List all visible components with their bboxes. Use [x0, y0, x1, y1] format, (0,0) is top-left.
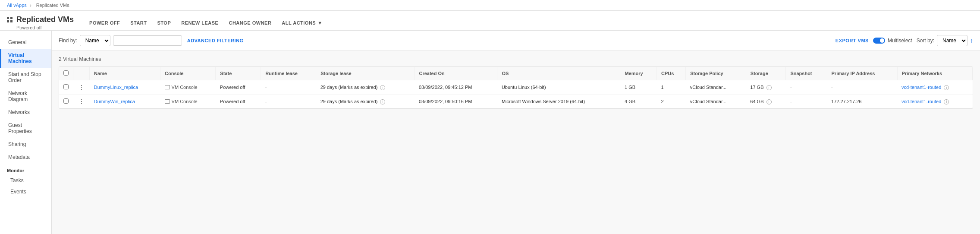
- row1-networks-info-icon[interactable]: i: [944, 85, 949, 90]
- advanced-filter-link[interactable]: ADVANCED FILTERING: [187, 38, 244, 43]
- sort-by-label: Sort by:: [917, 38, 934, 44]
- sidebar-item-tasks[interactable]: Tasks: [0, 175, 51, 186]
- row1-console-link[interactable]: VM Console: [165, 85, 211, 90]
- sidebar-item-sharing[interactable]: Sharing: [0, 138, 51, 151]
- row1-select-checkbox[interactable]: [63, 84, 69, 89]
- stop-button[interactable]: STOP: [152, 17, 176, 29]
- col-primary-ip: Primary IP Address: [827, 67, 897, 80]
- page-subtitle: Powered off: [7, 25, 74, 30]
- find-by-select[interactable]: Name: [80, 35, 110, 46]
- row2-console-link[interactable]: VM Console: [165, 99, 211, 104]
- row2-runtime-lease: -: [261, 95, 316, 109]
- row2-created-on: 03/09/2022, 09:50:16 PM: [415, 95, 497, 109]
- col-memory: Memory: [620, 67, 656, 80]
- row2-vm-link[interactable]: DummyWin_replica: [94, 99, 135, 104]
- vm-table: Name Console State Runtime lease Storage…: [59, 67, 973, 108]
- row1-console: VM Console: [160, 80, 216, 95]
- breadcrumb: All vApps › Replicated VMs: [0, 0, 980, 11]
- col-created-on: Created On: [415, 67, 497, 80]
- row1-state: Powered off: [216, 80, 261, 95]
- find-by-label: Find by:: [59, 38, 77, 44]
- export-vms-button[interactable]: EXPORT VMS: [836, 38, 869, 43]
- row2-memory: 4 GB: [620, 95, 656, 109]
- row2-primary-networks: vcd-tenant1-routed i: [897, 95, 973, 109]
- sidebar-item-virtual-machines[interactable]: Virtual Machines: [0, 49, 51, 68]
- row2-storage-lease-info-icon[interactable]: i: [380, 99, 385, 104]
- sidebar-item-guest-properties[interactable]: Guest Properties: [0, 119, 51, 138]
- table-section: 2 Virtual Machines Name Console State Ru…: [52, 51, 980, 234]
- sort-by-select[interactable]: Name: [937, 35, 967, 46]
- row1-checkbox: [59, 80, 73, 95]
- col-state: State: [216, 67, 261, 80]
- row1-primary-ip: -: [827, 80, 897, 95]
- row1-storage: 17 GB i: [746, 80, 786, 95]
- main-layout: General Virtual Machines Start and Stop …: [0, 31, 980, 234]
- row1-storage-lease-info-icon[interactable]: i: [380, 85, 385, 90]
- row1-snapshot: -: [786, 80, 827, 95]
- filter-toolbar: Find by: Name ADVANCED FILTERING EXPORT …: [52, 31, 980, 51]
- row2-select-checkbox[interactable]: [63, 98, 69, 104]
- chevron-down-icon: ▼: [317, 20, 322, 25]
- table-header-row: Name Console State Runtime lease Storage…: [59, 67, 973, 80]
- header-title: Replicated VMs: [7, 15, 74, 24]
- multiselect-toggle[interactable]: [873, 38, 885, 44]
- header-actions: POWER OFF START STOP RENEW LEASE CHANGE …: [84, 15, 328, 29]
- sort-by-control: Sort by: Name ↑: [917, 35, 973, 46]
- row2-storage-lease: 29 days (Marks as expired) i: [316, 95, 415, 109]
- table-row: ⋮ DummyLinux_replica VM Console Powered …: [59, 80, 973, 95]
- col-runtime-lease: Runtime lease: [261, 67, 316, 80]
- col-cpus: CPUs: [656, 67, 685, 80]
- row1-created-on: 03/09/2022, 09:45:12 PM: [415, 80, 497, 95]
- multiselect-toggle-container: Multiselect: [873, 38, 912, 44]
- toolbar-right: EXPORT VMS Multiselect Sort by: Name ↑: [836, 35, 973, 46]
- row2-storage: 64 GB i: [746, 95, 786, 109]
- monitor-section-label: Monitor: [0, 164, 51, 175]
- sidebar-item-network-diagram[interactable]: Network Diagram: [0, 87, 51, 106]
- row2-networks-link[interactable]: vcd-tenant1-routed: [901, 99, 941, 104]
- col-primary-networks: Primary Networks: [897, 67, 973, 80]
- monitor-icon: [165, 99, 170, 104]
- select-all-checkbox[interactable]: [63, 70, 69, 76]
- sidebar-item-events[interactable]: Events: [0, 186, 51, 197]
- renew-lease-button[interactable]: RENEW LEASE: [176, 17, 223, 29]
- col-os: OS: [497, 67, 620, 80]
- sort-arrow-icon[interactable]: ↑: [970, 37, 973, 44]
- content-area: Find by: Name ADVANCED FILTERING EXPORT …: [52, 31, 980, 234]
- row2-console: VM Console: [160, 95, 216, 109]
- sidebar-item-general[interactable]: General: [0, 36, 51, 49]
- col-menu: [73, 67, 90, 80]
- power-off-button[interactable]: POWER OFF: [84, 17, 125, 29]
- row2-storage-info-icon[interactable]: i: [766, 99, 772, 104]
- breadcrumb-current: Replicated VMs: [36, 3, 69, 8]
- all-actions-button[interactable]: ALL ACTIONS ▼: [276, 17, 327, 29]
- vm-count: 2 Virtual Machines: [59, 56, 973, 62]
- sidebar-item-metadata[interactable]: Metadata: [0, 151, 51, 164]
- col-name: Name: [90, 67, 160, 80]
- col-checkbox: [59, 67, 73, 80]
- row1-name: DummyLinux_replica: [90, 80, 160, 95]
- row2-checkbox: [59, 95, 73, 109]
- header-title-section: Replicated VMs Powered off: [7, 15, 74, 30]
- row1-storage-policy: vCloud Standar...: [686, 80, 746, 95]
- row2-context-menu[interactable]: ⋮: [78, 97, 85, 106]
- monitor-icon: [165, 85, 170, 89]
- search-input[interactable]: [113, 35, 182, 46]
- col-storage-lease: Storage lease: [316, 67, 415, 80]
- row1-vm-link[interactable]: DummyLinux_replica: [94, 85, 138, 90]
- row1-menu: ⋮: [73, 80, 90, 95]
- breadcrumb-parent[interactable]: All vApps: [7, 3, 27, 8]
- row1-storage-info-icon[interactable]: i: [766, 85, 772, 90]
- table-row: ⋮ DummyWin_replica VM Console Powered of…: [59, 95, 973, 109]
- multiselect-label: Multiselect: [888, 38, 912, 44]
- page-header: Replicated VMs Powered off POWER OFF STA…: [0, 11, 980, 31]
- sidebar-item-networks[interactable]: Networks: [0, 106, 51, 119]
- change-owner-button[interactable]: CHANGE OWNER: [223, 17, 276, 29]
- row1-networks-link[interactable]: vcd-tenant1-routed: [901, 85, 941, 90]
- row2-state: Powered off: [216, 95, 261, 109]
- start-button[interactable]: START: [125, 17, 152, 29]
- row2-menu: ⋮: [73, 95, 90, 109]
- row1-context-menu[interactable]: ⋮: [78, 83, 85, 92]
- col-storage: Storage: [746, 67, 786, 80]
- row2-networks-info-icon[interactable]: i: [944, 99, 949, 104]
- sidebar-item-start-stop-order[interactable]: Start and Stop Order: [0, 68, 51, 87]
